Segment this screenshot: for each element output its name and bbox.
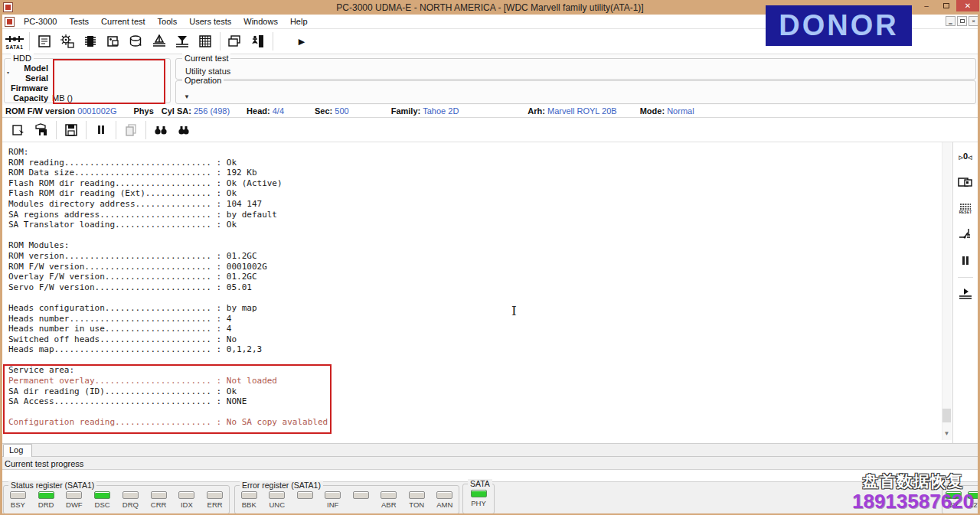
firmware-tools-button[interactable] (56, 30, 79, 53)
log-line: SA Access...............................… (8, 396, 942, 407)
binoculars-icon (153, 124, 168, 136)
run-platter-icon (958, 288, 973, 302)
log-line: Heads number............................… (8, 314, 942, 324)
menu-item-pc-3000[interactable]: PC-3000 (18, 15, 63, 28)
unc-led-indicator (269, 491, 285, 499)
idx-led-indicator (178, 491, 194, 499)
save-log-button[interactable] (60, 119, 83, 141)
reset-label: RESET (959, 210, 972, 214)
led-5v: 5V (942, 491, 965, 509)
log-line: Modules directory address...............… (8, 199, 942, 210)
mdi-minimize-button[interactable]: ‗ (946, 16, 956, 26)
log-line: ROM version.............................… (8, 251, 942, 262)
status-sec: Sec: 500 (315, 106, 349, 116)
scrollbar-down-arrow[interactable]: ▼ (942, 429, 951, 438)
error-group-title: Error register (SATA1) (240, 481, 323, 490)
pause-log-button[interactable] (90, 119, 113, 141)
menu-item-help[interactable]: Help (284, 15, 314, 28)
sata-group-title: SATA (468, 479, 492, 488)
power-switch-button[interactable] (956, 225, 975, 243)
error-register-groupbox: Error register (SATA1)BBKUNCINFABRTONAMN (234, 485, 459, 514)
pause-utility-button[interactable] (956, 251, 975, 269)
translator-button[interactable] (171, 30, 194, 53)
scroll-info-icon (36, 34, 53, 49)
heads-tools-button[interactable] (148, 30, 171, 53)
reset-button[interactable]: RESET (956, 199, 975, 217)
scrollbar-thumb[interactable] (942, 409, 951, 422)
log-line: ROM F/W version.........................… (8, 262, 942, 272)
status-family: Family: Tahoe 2D (391, 106, 459, 116)
hdd-field-label: Firmware (5, 83, 52, 93)
ton-led-indicator (409, 491, 425, 499)
led-err: ERR (202, 491, 228, 509)
find-next-button[interactable] (172, 119, 195, 141)
led-label: BSY (11, 500, 25, 509)
log-blank-line (8, 355, 942, 366)
maximize-button[interactable] (936, 0, 956, 11)
menu-item-tests[interactable]: Tests (63, 15, 95, 28)
led-bbk: BBK (236, 491, 262, 509)
database-button[interactable] (125, 30, 148, 53)
log-tab[interactable]: Log (3, 444, 32, 457)
menu-item-windows[interactable]: Windows (237, 15, 284, 28)
menu-item-current-test[interactable]: Current test (95, 15, 151, 28)
menu-item-users-tests[interactable]: Users tests (183, 15, 237, 28)
hdd-field-firmware: Firmware (5, 83, 170, 93)
hdd-field-label: Model (5, 64, 52, 73)
operation-groupbox: Operation ▼ (175, 80, 976, 104)
windows-cascade-button[interactable] (224, 30, 247, 53)
hdd-dropdown-marker[interactable]: ▾ (7, 70, 9, 75)
led-dsc: DSC (90, 491, 116, 509)
register-panel: Status register (SATA1)BSYDRDDWFDSCDRQCR… (0, 482, 980, 515)
text-cursor: I (511, 303, 517, 318)
log-line: Service area: (8, 365, 942, 376)
log-line: Flash ROM dir reading (Ext).............… (8, 188, 942, 199)
led-phy: PHY (466, 490, 492, 507)
toolbar-separator (273, 32, 273, 51)
exit-button[interactable] (247, 30, 270, 53)
log-line: Overlay F/W version.....................… (8, 272, 942, 282)
bsy-led-indicator (10, 491, 26, 499)
toolbar-separator (86, 121, 87, 139)
log-line: ROM Data size...........................… (8, 168, 942, 178)
find-button[interactable] (149, 119, 172, 141)
sata1-port-icon (5, 34, 24, 44)
open-log-button[interactable] (7, 119, 30, 141)
unlabeled-led-indicator (353, 491, 369, 499)
floppy-icon (64, 123, 78, 137)
mdi-restore-button[interactable] (957, 16, 967, 26)
utility-status-text: Utility status (176, 59, 975, 76)
close-button[interactable]: ✕ (956, 0, 979, 11)
operation-dropdown-arrow[interactable]: ▼ (184, 93, 190, 100)
power-chip-button[interactable] (956, 173, 975, 191)
led-label: ERR (207, 500, 223, 509)
toolbar-separator (145, 121, 146, 139)
err-led-indicator (207, 491, 223, 499)
hdd-field-label: Capacity (5, 93, 52, 103)
toolbar-more-button[interactable]: ▶ (290, 30, 313, 53)
run-utility-button[interactable] (956, 285, 975, 304)
board-icon (105, 34, 122, 49)
sata-groupbox: SATAPHY (462, 484, 495, 514)
copy-log-button[interactable] (119, 119, 142, 141)
save-log-as-button[interactable] (30, 119, 53, 141)
sata1-port-button[interactable]: SATA1 (3, 30, 26, 53)
drive-info-button[interactable] (33, 30, 56, 53)
inf-led-indicator (325, 491, 341, 499)
menu-item-tools[interactable]: Tools (152, 15, 184, 28)
minimize-button[interactable]: – (916, 0, 936, 11)
led-bsy: BSY (5, 491, 31, 509)
gears-icon (59, 34, 76, 49)
log-scrollbar[interactable]: ▼ (942, 142, 952, 440)
led-label: DWF (66, 500, 83, 509)
board-test-button[interactable] (102, 30, 125, 53)
pause-icon (98, 125, 104, 134)
rom-chip-button[interactable] (79, 30, 102, 53)
defect-table-button[interactable] (194, 30, 217, 53)
status-group-title: Status register (SATA1) (8, 481, 96, 490)
log-output[interactable]: ROM:ROM reading.........................… (2, 142, 942, 443)
status-mode: Mode: Normal (640, 106, 694, 116)
tab-divider (2, 456, 978, 457)
reset-counters-button[interactable]: ▷0◁ (956, 147, 975, 165)
status-arh: Arh: Marvell ROYL 20B (528, 106, 616, 116)
